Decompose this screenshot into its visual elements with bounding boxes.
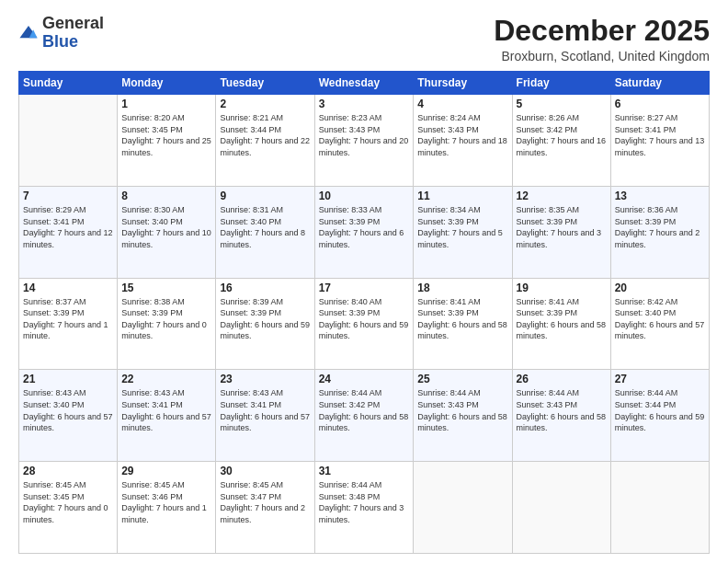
cell-details: Sunrise: 8:44 AMSunset: 3:44 PMDaylight:… — [615, 387, 705, 433]
cell-details: Sunrise: 8:21 AMSunset: 3:44 PMDaylight:… — [220, 112, 310, 158]
day-number: 20 — [615, 282, 705, 294]
cell-details: Sunrise: 8:43 AMSunset: 3:40 PMDaylight:… — [23, 387, 113, 433]
page: General Blue December 2025 Broxburn, Sco… — [0, 0, 728, 563]
cell-details: Sunrise: 8:44 AMSunset: 3:43 PMDaylight:… — [417, 387, 507, 433]
day-number: 14 — [23, 282, 113, 294]
col-monday: Monday — [118, 72, 216, 95]
calendar-cell: 10Sunrise: 8:33 AMSunset: 3:39 PMDayligh… — [314, 186, 414, 278]
cell-details: Sunrise: 8:35 AMSunset: 3:39 PMDaylight:… — [517, 204, 607, 250]
day-number: 15 — [121, 282, 211, 294]
cell-details: Sunrise: 8:29 AMSunset: 3:41 PMDaylight:… — [23, 204, 113, 250]
cell-details: Sunrise: 8:39 AMSunset: 3:39 PMDaylight:… — [220, 296, 310, 342]
cell-details: Sunrise: 8:20 AMSunset: 3:45 PMDaylight:… — [121, 112, 211, 158]
cell-details: Sunrise: 8:26 AMSunset: 3:42 PMDaylight:… — [517, 112, 607, 158]
calendar-cell: 15Sunrise: 8:38 AMSunset: 3:39 PMDayligh… — [118, 278, 216, 370]
cell-details: Sunrise: 8:44 AMSunset: 3:43 PMDaylight:… — [517, 387, 607, 433]
cell-details: Sunrise: 8:24 AMSunset: 3:43 PMDaylight:… — [417, 112, 507, 158]
cell-details: Sunrise: 8:45 AMSunset: 3:47 PMDaylight:… — [220, 479, 310, 525]
header: General Blue December 2025 Broxburn, Sco… — [18, 15, 710, 63]
day-number: 25 — [417, 373, 507, 385]
cell-details: Sunrise: 8:38 AMSunset: 3:39 PMDaylight:… — [121, 296, 211, 342]
cell-details: Sunrise: 8:27 AMSunset: 3:41 PMDaylight:… — [615, 112, 705, 158]
calendar-cell: 12Sunrise: 8:35 AMSunset: 3:39 PMDayligh… — [512, 186, 610, 278]
calendar-cell: 19Sunrise: 8:41 AMSunset: 3:39 PMDayligh… — [512, 278, 610, 370]
day-number: 10 — [319, 190, 410, 202]
day-number: 12 — [517, 190, 607, 202]
cell-details: Sunrise: 8:33 AMSunset: 3:39 PMDaylight:… — [319, 204, 410, 250]
calendar-cell: 7Sunrise: 8:29 AMSunset: 3:41 PMDaylight… — [19, 186, 118, 278]
cell-details: Sunrise: 8:43 AMSunset: 3:41 PMDaylight:… — [220, 387, 310, 433]
header-row: Sunday Monday Tuesday Wednesday Thursday… — [19, 72, 710, 95]
calendar-week-row: 14Sunrise: 8:37 AMSunset: 3:39 PMDayligh… — [19, 278, 710, 370]
day-number: 29 — [121, 465, 211, 477]
calendar-cell: 18Sunrise: 8:41 AMSunset: 3:39 PMDayligh… — [414, 278, 512, 370]
day-number: 18 — [417, 282, 507, 294]
day-number: 19 — [517, 282, 607, 294]
cell-details: Sunrise: 8:42 AMSunset: 3:40 PMDaylight:… — [615, 296, 705, 342]
calendar-cell — [19, 95, 118, 187]
col-sunday: Sunday — [19, 72, 118, 95]
calendar-cell: 20Sunrise: 8:42 AMSunset: 3:40 PMDayligh… — [610, 278, 709, 370]
day-number: 30 — [220, 465, 310, 477]
col-thursday: Thursday — [414, 72, 512, 95]
day-number: 17 — [319, 282, 410, 294]
logo: General Blue — [18, 15, 104, 52]
cell-details: Sunrise: 8:36 AMSunset: 3:39 PMDaylight:… — [615, 204, 705, 250]
calendar-cell: 2Sunrise: 8:21 AMSunset: 3:44 PMDaylight… — [216, 95, 314, 187]
cell-details: Sunrise: 8:44 AMSunset: 3:48 PMDaylight:… — [319, 479, 410, 525]
day-number: 27 — [615, 373, 705, 385]
calendar-cell: 6Sunrise: 8:27 AMSunset: 3:41 PMDaylight… — [610, 95, 709, 187]
cell-details: Sunrise: 8:45 AMSunset: 3:46 PMDaylight:… — [121, 479, 211, 525]
cell-details: Sunrise: 8:41 AMSunset: 3:39 PMDaylight:… — [517, 296, 607, 342]
day-number: 4 — [417, 98, 507, 110]
calendar-cell: 27Sunrise: 8:44 AMSunset: 3:44 PMDayligh… — [610, 370, 709, 462]
day-number: 24 — [319, 373, 410, 385]
cell-details: Sunrise: 8:31 AMSunset: 3:40 PMDaylight:… — [220, 204, 310, 250]
logo-icon — [18, 23, 39, 43]
cell-details: Sunrise: 8:43 AMSunset: 3:41 PMDaylight:… — [121, 387, 211, 433]
calendar-cell — [512, 462, 610, 554]
calendar-cell: 1Sunrise: 8:20 AMSunset: 3:45 PMDaylight… — [118, 95, 216, 187]
day-number: 2 — [220, 98, 310, 110]
calendar-cell: 16Sunrise: 8:39 AMSunset: 3:39 PMDayligh… — [216, 278, 314, 370]
calendar-cell: 31Sunrise: 8:44 AMSunset: 3:48 PMDayligh… — [314, 462, 414, 554]
day-number: 28 — [23, 465, 113, 477]
calendar-cell: 23Sunrise: 8:43 AMSunset: 3:41 PMDayligh… — [216, 370, 314, 462]
col-tuesday: Tuesday — [216, 72, 314, 95]
day-number: 11 — [417, 190, 507, 202]
logo-blue-text: Blue — [42, 32, 78, 51]
calendar-cell: 25Sunrise: 8:44 AMSunset: 3:43 PMDayligh… — [414, 370, 512, 462]
calendar-cell: 3Sunrise: 8:23 AMSunset: 3:43 PMDaylight… — [314, 95, 414, 187]
day-number: 22 — [121, 373, 211, 385]
calendar-week-row: 7Sunrise: 8:29 AMSunset: 3:41 PMDaylight… — [19, 186, 710, 278]
calendar-cell — [414, 462, 512, 554]
cell-details: Sunrise: 8:23 AMSunset: 3:43 PMDaylight:… — [319, 112, 410, 158]
cell-details: Sunrise: 8:41 AMSunset: 3:39 PMDaylight:… — [417, 296, 507, 342]
calendar-cell: 26Sunrise: 8:44 AMSunset: 3:43 PMDayligh… — [512, 370, 610, 462]
cell-details: Sunrise: 8:37 AMSunset: 3:39 PMDaylight:… — [23, 296, 113, 342]
cell-details: Sunrise: 8:40 AMSunset: 3:39 PMDaylight:… — [319, 296, 410, 342]
cell-details: Sunrise: 8:45 AMSunset: 3:45 PMDaylight:… — [23, 479, 113, 525]
day-number: 3 — [319, 98, 410, 110]
day-number: 13 — [615, 190, 705, 202]
col-wednesday: Wednesday — [314, 72, 414, 95]
calendar-cell: 13Sunrise: 8:36 AMSunset: 3:39 PMDayligh… — [610, 186, 709, 278]
day-number: 1 — [121, 98, 211, 110]
day-number: 9 — [220, 190, 310, 202]
col-saturday: Saturday — [610, 72, 709, 95]
col-friday: Friday — [512, 72, 610, 95]
calendar-table: Sunday Monday Tuesday Wednesday Thursday… — [18, 71, 710, 554]
calendar-cell: 24Sunrise: 8:44 AMSunset: 3:42 PMDayligh… — [314, 370, 414, 462]
calendar-cell: 9Sunrise: 8:31 AMSunset: 3:40 PMDaylight… — [216, 186, 314, 278]
calendar-cell: 30Sunrise: 8:45 AMSunset: 3:47 PMDayligh… — [216, 462, 314, 554]
month-title: December 2025 — [494, 15, 710, 47]
calendar-week-row: 28Sunrise: 8:45 AMSunset: 3:45 PMDayligh… — [19, 462, 710, 554]
calendar-cell: 17Sunrise: 8:40 AMSunset: 3:39 PMDayligh… — [314, 278, 414, 370]
cell-details: Sunrise: 8:30 AMSunset: 3:40 PMDaylight:… — [121, 204, 211, 250]
calendar-cell: 29Sunrise: 8:45 AMSunset: 3:46 PMDayligh… — [118, 462, 216, 554]
calendar-cell — [610, 462, 709, 554]
cell-details: Sunrise: 8:34 AMSunset: 3:39 PMDaylight:… — [417, 204, 507, 250]
day-number: 6 — [615, 98, 705, 110]
day-number: 31 — [319, 465, 410, 477]
logo-general-text: General — [42, 14, 104, 32]
